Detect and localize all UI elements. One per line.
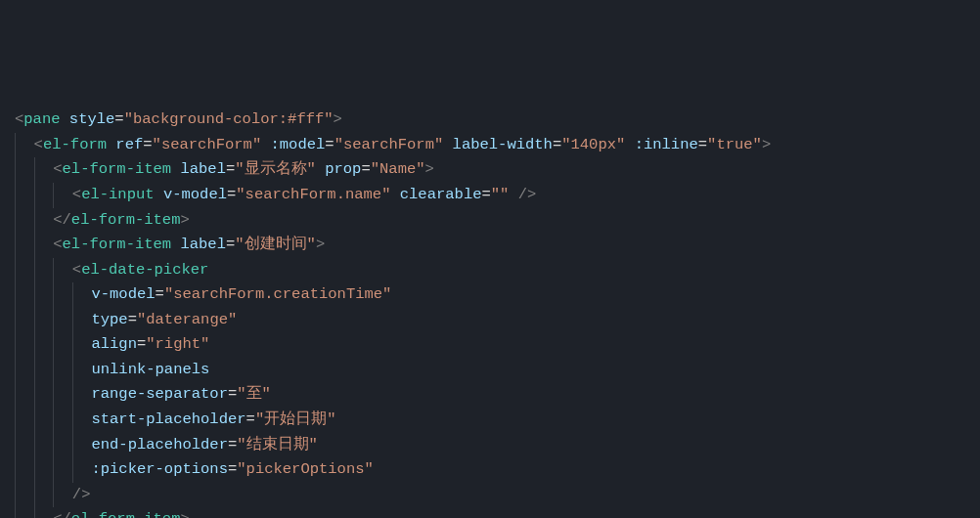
token-eq: = [481, 186, 490, 203]
token-eq: = [228, 385, 237, 403]
token-attr: unlink-panels [91, 361, 209, 378]
token-eq: = [143, 136, 152, 153]
token-attr: prop [325, 160, 361, 178]
token-eq: = [228, 460, 237, 478]
token-attr: align [91, 335, 137, 353]
token-str: "searchForm" [153, 136, 262, 153]
token-angle: > [762, 136, 771, 153]
token-tag: el-form-item [71, 510, 181, 518]
token-tag: el-form-item [63, 236, 172, 253]
code-line[interactable]: align="right" [15, 332, 980, 358]
token-attr: label [180, 236, 226, 253]
token-angle: < [72, 261, 81, 279]
token-angle: < [72, 186, 81, 203]
token-angle: > [180, 211, 189, 229]
token-str: "开始日期" [255, 410, 336, 428]
code-line[interactable]: /> [15, 483, 980, 508]
token-tag: el-input [81, 186, 154, 203]
code-line[interactable]: <el-form-item label="创建时间"> [15, 233, 980, 258]
token-angle: > [316, 236, 325, 253]
code-line[interactable]: <el-form-item label="显示名称" prop="Name"> [15, 157, 980, 183]
token-str: "right" [146, 335, 209, 353]
code-line[interactable]: end-placeholder="结束日期" [15, 433, 980, 458]
token-angle: < [15, 110, 23, 128]
token-str: "searchForm" [334, 136, 444, 153]
code-line[interactable]: <el-date-picker [15, 258, 980, 283]
code-line[interactable]: type="daterange" [15, 308, 980, 333]
token-eq: = [137, 335, 146, 353]
code-line[interactable]: <el-form ref="searchForm" :model="search… [15, 133, 980, 158]
token-text [155, 186, 163, 203]
code-editor[interactable]: <pane style="background-color:#fff"> <el… [15, 108, 980, 518]
token-str: "结束日期" [237, 436, 318, 453]
token-angle: /> [72, 486, 91, 503]
token-eq: = [226, 236, 235, 253]
token-text [61, 110, 69, 128]
token-attr: v-model [91, 285, 155, 303]
token-text [316, 160, 325, 178]
token-eq: = [698, 136, 707, 153]
token-attr: label [180, 160, 226, 178]
token-eq: = [246, 410, 255, 428]
token-angle: > [425, 160, 434, 178]
code-line[interactable]: <pane style="background-color:#fff"> [15, 108, 980, 133]
code-line[interactable]: start-placeholder="开始日期" [15, 408, 980, 433]
code-line[interactable]: v-model="searchForm.creationTime" [15, 282, 980, 308]
token-attr: ref [115, 136, 143, 153]
token-attr: range-separator [91, 385, 228, 403]
code-line[interactable]: </el-form-item> [15, 507, 980, 518]
token-eq: = [553, 136, 561, 153]
token-tag: el-form [43, 136, 107, 153]
token-text [390, 186, 399, 203]
token-angle: </ [53, 510, 71, 518]
token-str: "140px" [561, 136, 625, 153]
token-attr: style [69, 110, 115, 128]
token-str: "" [491, 186, 510, 203]
token-eq: = [361, 160, 370, 178]
code-line[interactable]: <el-input v-model="searchForm.name" clea… [15, 183, 980, 208]
token-str: "background-color:#fff" [124, 110, 334, 128]
token-attr: :model [271, 136, 326, 153]
token-attr: v-model [163, 186, 227, 203]
token-text [261, 136, 270, 153]
code-line[interactable]: unlink-panels [15, 358, 980, 383]
token-angle: </ [53, 211, 71, 229]
token-str: "至" [237, 385, 271, 403]
token-eq: = [156, 285, 164, 303]
token-angle: < [53, 160, 62, 178]
token-angle: > [334, 110, 342, 128]
token-attr: clearable [400, 186, 482, 203]
token-eq: = [226, 160, 235, 178]
token-eq: = [128, 311, 137, 328]
token-attr: :inline [635, 136, 698, 153]
token-text [509, 186, 517, 203]
token-text [625, 136, 634, 153]
token-text [107, 136, 115, 153]
code-line[interactable]: </el-form-item> [15, 208, 980, 234]
token-str: "显示名称" [235, 160, 316, 178]
token-tag: el-form-item [63, 160, 172, 178]
token-eq: = [325, 136, 334, 153]
token-tag: el-form-item [71, 211, 181, 229]
token-angle: < [34, 136, 43, 153]
code-line[interactable]: :picker-options="pickerOptions" [15, 457, 980, 483]
token-str: "daterange" [137, 311, 237, 328]
token-angle: > [180, 510, 189, 518]
token-eq: = [228, 436, 237, 453]
token-tag: el-date-picker [81, 261, 208, 279]
token-text [443, 136, 452, 153]
token-str: "searchForm.name" [236, 186, 390, 203]
token-attr: start-placeholder [91, 410, 245, 428]
token-str: "pickerOptions" [237, 460, 374, 478]
token-attr: end-placeholder [91, 436, 228, 453]
token-attr: :picker-options [91, 460, 228, 478]
token-eq: = [227, 186, 236, 203]
token-attr: label-width [453, 136, 553, 153]
code-line[interactable]: range-separator="至" [15, 382, 980, 408]
token-angle: /> [518, 186, 537, 203]
token-str: "创建时间" [235, 236, 316, 253]
token-str: "true" [707, 136, 762, 153]
token-eq: = [114, 110, 123, 128]
token-attr: type [91, 311, 127, 328]
token-tag: pane [23, 110, 60, 128]
